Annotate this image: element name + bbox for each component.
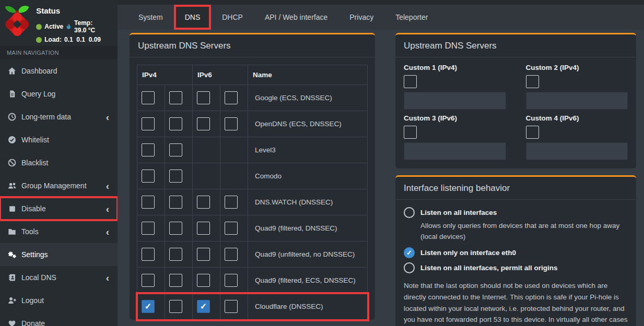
tab-privacy[interactable]: Privacy bbox=[338, 5, 384, 30]
sidebar-item-query-log[interactable]: Query Log bbox=[0, 82, 118, 105]
tab-label: API / Web interface bbox=[265, 13, 327, 21]
interface-body: Listen on all interfacesAllows only quer… bbox=[395, 200, 636, 326]
tab-system[interactable]: System bbox=[127, 5, 174, 30]
ipv6-checkbox-1[interactable] bbox=[197, 248, 210, 261]
tab-teleporter[interactable]: Teleporter bbox=[384, 5, 439, 30]
custom-dns-input[interactable] bbox=[404, 142, 506, 160]
chevron-left-icon: ‹ bbox=[106, 273, 110, 283]
sidebar-item-group-management[interactable]: Group Management‹ bbox=[0, 174, 118, 197]
server-name: Comodo bbox=[248, 163, 368, 189]
ipv6-checkbox-1[interactable] bbox=[197, 196, 210, 209]
stop-icon bbox=[7, 205, 17, 213]
radio-button[interactable] bbox=[404, 207, 415, 218]
sidebar-item-label: Group Management bbox=[21, 182, 101, 190]
ipv6-checkbox-1[interactable] bbox=[197, 222, 210, 235]
custom-dns-input[interactable] bbox=[404, 92, 506, 110]
ipv4-checkbox-1[interactable] bbox=[142, 143, 155, 156]
ipv4-checkbox-2[interactable] bbox=[169, 170, 182, 183]
col-header-ipv6: IPv6 bbox=[193, 65, 248, 85]
radio-button[interactable] bbox=[404, 247, 415, 258]
ipv6-checkbox-1[interactable] bbox=[197, 274, 210, 287]
settings-content: Upstream DNS Servers IPv4 IPv6 Name Goog… bbox=[118, 30, 644, 326]
ipv4-checkbox-2[interactable] bbox=[169, 300, 182, 313]
tab-api-web-interface[interactable]: API / Web interface bbox=[254, 5, 338, 30]
clock-icon bbox=[7, 113, 17, 121]
ipv6-checkbox-2[interactable] bbox=[225, 274, 238, 287]
ipv4-checkbox-2[interactable] bbox=[169, 143, 182, 156]
status-dot-icon bbox=[36, 24, 42, 30]
sidebar-item-dashboard[interactable]: Dashboard bbox=[0, 59, 118, 82]
server-name: Google (ECS, DNSSEC) bbox=[248, 85, 368, 111]
tab-dns[interactable]: DNS bbox=[174, 5, 212, 30]
custom-field-label: Custom 4 (IPv6) bbox=[526, 114, 628, 122]
radio-option-listen-only-on-interface-eth0: Listen only on interface eth0 bbox=[404, 247, 628, 258]
ipv4-checkbox-1[interactable] bbox=[142, 222, 155, 235]
sidebar-item-label: Dashboard bbox=[21, 67, 110, 75]
ipv4-checkbox-1[interactable] bbox=[142, 248, 155, 261]
sidebar-item-label: Local DNS bbox=[21, 273, 101, 282]
server-row-google-ecs-dnssec: Google (ECS, DNSSEC) bbox=[137, 85, 368, 111]
custom-field-custom-3-ipv6: Custom 3 (IPv6) bbox=[404, 114, 506, 160]
ipv4-checkbox-1[interactable] bbox=[142, 196, 155, 209]
nav-section-label: MAIN NAVIGATION bbox=[0, 46, 118, 59]
ipv6-checkbox-1[interactable] bbox=[197, 117, 210, 130]
ipv6-checkbox-2[interactable] bbox=[225, 248, 238, 261]
sidebar-item-settings[interactable]: Settings bbox=[0, 243, 118, 266]
status-panel: Status Active Temp: 39.0 °C Load: 0.1 0.… bbox=[0, 0, 118, 46]
ipv4-checkbox-2[interactable] bbox=[169, 91, 182, 104]
ipv6-checkbox-1[interactable] bbox=[197, 91, 210, 104]
ipv4-checkbox-2[interactable] bbox=[169, 274, 182, 287]
sidebar-item-disable[interactable]: Disable‹ bbox=[0, 197, 118, 220]
ipv4-checkbox-1[interactable] bbox=[142, 274, 155, 287]
ipv6-checkbox-2[interactable] bbox=[225, 117, 238, 130]
table-header-row: IPv4 IPv6 Name bbox=[137, 65, 368, 85]
server-row-opendns-ecs-dnssec: OpenDNS (ECS, DNSSEC) bbox=[137, 111, 368, 137]
address-book-icon bbox=[7, 273, 17, 282]
heart-icon bbox=[7, 319, 17, 326]
custom-enable-checkbox[interactable] bbox=[526, 126, 539, 139]
server-row-quad9-filtered-dnssec: Quad9 (filtered, DNSSEC) bbox=[137, 215, 368, 242]
status-temp: Temp: 39.0 °C bbox=[74, 19, 114, 34]
custom-enable-checkbox[interactable] bbox=[404, 75, 417, 88]
sidebar-item-logout[interactable]: Logout bbox=[0, 289, 118, 312]
custom-field-custom-2-ipv4: Custom 2 (IPv4) bbox=[526, 64, 628, 110]
custom-dns-panel: Upstream DNS Servers Custom 1 (IPv4)Cust… bbox=[395, 33, 636, 168]
custom-dns-input[interactable] bbox=[526, 142, 628, 160]
sidebar-item-blacklist[interactable]: Blacklist bbox=[0, 151, 118, 174]
custom-dns-input[interactable] bbox=[526, 92, 628, 110]
sidebar: Status Active Temp: 39.0 °C Load: 0.1 0.… bbox=[0, 0, 118, 326]
ipv6-checkbox-1[interactable] bbox=[197, 300, 210, 313]
tab-dhcp[interactable]: DHCP bbox=[211, 5, 254, 30]
sidebar-item-tools[interactable]: Tools‹ bbox=[0, 220, 118, 243]
server-row-cloudflare-dnssec: Cloudflare (DNSSEC) bbox=[137, 294, 368, 320]
ipv4-checkbox-1[interactable] bbox=[142, 170, 155, 183]
ipv4-checkbox-1[interactable] bbox=[142, 91, 155, 104]
sidebar-item-donate[interactable]: Donate bbox=[0, 312, 118, 326]
custom-panel-title: Upstream DNS Servers bbox=[395, 34, 636, 57]
temperature-icon bbox=[66, 23, 72, 30]
radio-label: Listen only on interface eth0 bbox=[420, 249, 516, 257]
server-name: Level3 bbox=[248, 137, 368, 163]
sidebar-item-local-dns[interactable]: Local DNS‹ bbox=[0, 266, 118, 289]
server-name: Cloudflare (DNSSEC) bbox=[248, 294, 368, 320]
ipv6-checkbox-2[interactable] bbox=[225, 300, 238, 313]
custom-enable-checkbox[interactable] bbox=[526, 75, 539, 88]
tab-label: DHCP bbox=[222, 13, 243, 21]
ipv4-checkbox-1[interactable] bbox=[142, 300, 155, 313]
ipv6-checkbox-2[interactable] bbox=[225, 222, 238, 235]
ipv4-checkbox-2[interactable] bbox=[169, 196, 182, 209]
status-load-value: 0.1 0.1 0.09 bbox=[64, 36, 101, 43]
col-header-ipv4: IPv4 bbox=[137, 65, 193, 85]
radio-button[interactable] bbox=[404, 262, 415, 273]
sidebar-item-long-term-data[interactable]: Long-term data‹ bbox=[0, 105, 118, 128]
custom-enable-checkbox[interactable] bbox=[404, 126, 417, 139]
ipv6-checkbox-2[interactable] bbox=[225, 196, 238, 209]
custom-fields: Custom 1 (IPv4)Custom 2 (IPv4)Custom 3 (… bbox=[395, 57, 636, 168]
ipv4-checkbox-2[interactable] bbox=[169, 222, 182, 235]
ipv4-checkbox-2[interactable] bbox=[169, 248, 182, 261]
status-load-label: Load: bbox=[44, 36, 62, 43]
ipv6-checkbox-2[interactable] bbox=[225, 91, 238, 104]
ipv4-checkbox-1[interactable] bbox=[142, 117, 155, 130]
sidebar-item-whitelist[interactable]: Whitelist bbox=[0, 128, 118, 151]
ipv4-checkbox-2[interactable] bbox=[169, 117, 182, 130]
